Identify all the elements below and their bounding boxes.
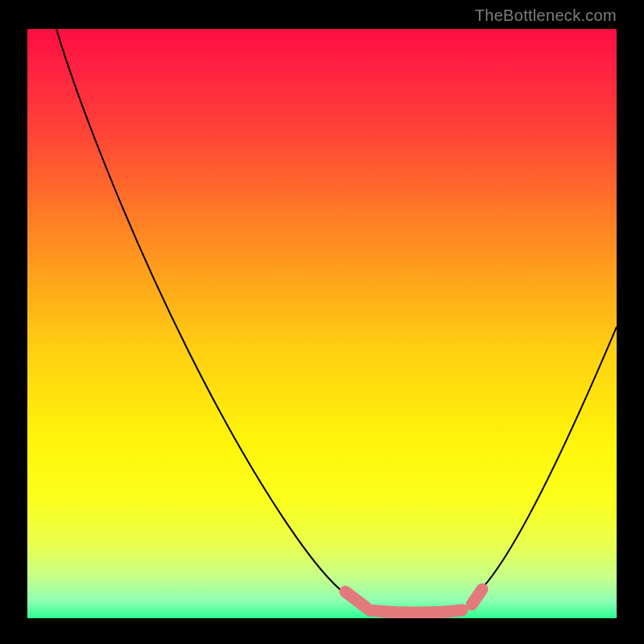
watermark-text: TheBottleneck.com — [475, 6, 617, 25]
highlight-left — [345, 592, 365, 607]
highlight-right — [472, 589, 482, 605]
curve-left-branch — [56, 29, 349, 597]
highlight-bottom — [369, 610, 462, 613]
chart-frame — [27, 29, 617, 618]
chart-svg — [27, 29, 617, 618]
curve-right-branch — [478, 327, 617, 592]
